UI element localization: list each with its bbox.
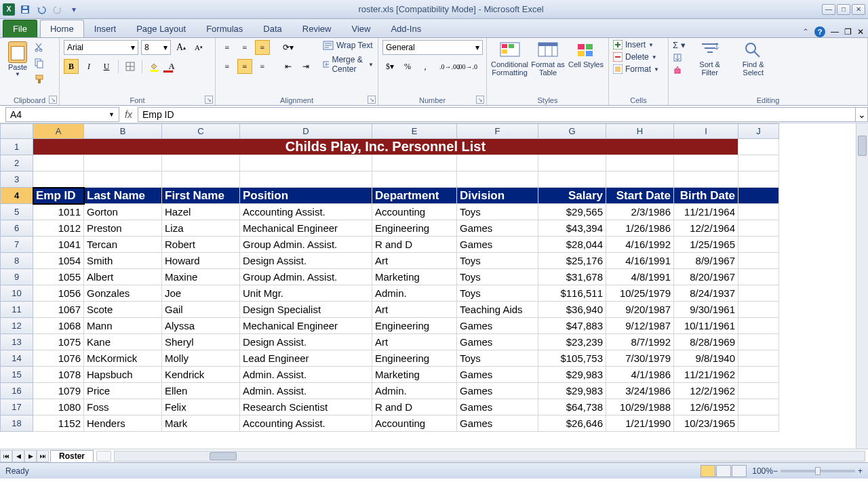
cell[interactable] bbox=[738, 367, 779, 383]
data-cell[interactable]: Sheryl bbox=[162, 334, 240, 350]
data-cell[interactable]: $64,738 bbox=[538, 399, 606, 415]
cell[interactable] bbox=[738, 253, 779, 269]
percent-format-icon[interactable]: % bbox=[400, 59, 415, 74]
copy-icon[interactable] bbox=[34, 58, 46, 70]
workbook-minimize-button[interactable]: — bbox=[831, 27, 839, 37]
data-cell[interactable]: 11/21/1962 bbox=[674, 367, 738, 383]
tab-insert[interactable]: Insert bbox=[84, 20, 127, 37]
data-cell[interactable]: Design Assist. bbox=[240, 253, 372, 269]
data-cell[interactable]: Design Specialist bbox=[240, 302, 372, 318]
data-cell[interactable]: 8/24/1937 bbox=[674, 285, 738, 302]
minimize-button[interactable]: — bbox=[822, 4, 835, 15]
header-cell[interactable]: Start Date bbox=[606, 188, 674, 204]
zoom-slider[interactable] bbox=[781, 470, 855, 472]
data-cell[interactable]: Admin. bbox=[372, 383, 457, 399]
cell[interactable] bbox=[674, 155, 738, 171]
header-cell[interactable]: Department bbox=[372, 188, 457, 204]
fill-icon[interactable] bbox=[673, 53, 686, 62]
data-cell[interactable]: Hapsbuch bbox=[84, 367, 162, 383]
view-page-layout-icon[interactable] bbox=[716, 465, 731, 477]
data-cell[interactable]: $29,983 bbox=[538, 383, 606, 399]
row-header[interactable]: 6 bbox=[1, 220, 33, 237]
data-cell[interactable]: $116,511 bbox=[538, 285, 606, 302]
data-cell[interactable]: Toys bbox=[457, 350, 538, 367]
format-cells-button[interactable]: Format▼ bbox=[613, 64, 664, 74]
data-cell[interactable]: $36,940 bbox=[538, 302, 606, 318]
data-cell[interactable]: 1012 bbox=[33, 220, 84, 237]
data-cell[interactable]: $28,044 bbox=[538, 237, 606, 253]
align-middle-icon[interactable]: ≡ bbox=[237, 40, 252, 55]
data-cell[interactable]: Accounting Assist. bbox=[240, 415, 372, 432]
cell[interactable] bbox=[738, 171, 779, 188]
data-cell[interactable]: $29,565 bbox=[538, 204, 606, 220]
zoom-out-icon[interactable]: − bbox=[773, 466, 778, 476]
cell[interactable] bbox=[738, 155, 779, 171]
tab-add-ins[interactable]: Add-Ins bbox=[380, 20, 431, 37]
qat-dropdown-icon[interactable]: ▾ bbox=[68, 3, 80, 16]
cell[interactable] bbox=[738, 350, 779, 367]
data-cell[interactable]: Unit Mgr. bbox=[240, 285, 372, 302]
shrink-font-icon[interactable]: A▾ bbox=[191, 40, 206, 55]
align-bottom-icon[interactable]: ≡ bbox=[255, 40, 270, 55]
data-cell[interactable]: 9/20/1987 bbox=[606, 302, 674, 318]
col-header-E[interactable]: E bbox=[372, 124, 457, 139]
data-cell[interactable]: 8/7/1992 bbox=[606, 334, 674, 350]
tab-view[interactable]: View bbox=[341, 20, 380, 37]
data-cell[interactable]: Design Assist. bbox=[240, 334, 372, 350]
data-cell[interactable]: 12/6/1952 bbox=[674, 399, 738, 415]
fx-icon[interactable]: fx bbox=[125, 109, 132, 120]
sheet-tab-roster[interactable]: Roster bbox=[50, 450, 94, 462]
col-header-C[interactable]: C bbox=[162, 124, 240, 139]
cell[interactable] bbox=[372, 155, 457, 171]
data-cell[interactable]: Toys bbox=[457, 269, 538, 285]
row-header[interactable]: 10 bbox=[1, 285, 33, 302]
data-cell[interactable]: Games bbox=[457, 399, 538, 415]
data-cell[interactable]: Accounting Assist. bbox=[240, 204, 372, 220]
data-cell[interactable]: Accounting bbox=[372, 204, 457, 220]
data-cell[interactable]: Gail bbox=[162, 302, 240, 318]
format-painter-icon[interactable] bbox=[34, 74, 46, 86]
data-cell[interactable]: Art bbox=[372, 334, 457, 350]
view-page-break-icon[interactable] bbox=[732, 465, 747, 477]
data-cell[interactable]: 9/12/1987 bbox=[606, 318, 674, 334]
col-header-A[interactable]: A bbox=[33, 124, 84, 139]
title-cell[interactable]: Childs Play, Inc. Personnel List bbox=[33, 139, 738, 155]
select-all-corner[interactable] bbox=[1, 124, 33, 139]
merge-center-button[interactable]: Merge & Center▼ bbox=[323, 55, 374, 74]
header-cell[interactable]: Position bbox=[240, 188, 372, 204]
increase-decimal-icon[interactable]: .0→.00 bbox=[442, 59, 457, 74]
autosum-icon[interactable]: Σ ▾ bbox=[673, 40, 686, 50]
decrease-indent-icon[interactable]: ⇤ bbox=[281, 59, 296, 74]
data-cell[interactable]: Marketing bbox=[372, 269, 457, 285]
data-cell[interactable]: 1055 bbox=[33, 269, 84, 285]
help-icon[interactable]: ? bbox=[814, 26, 825, 37]
data-cell[interactable]: Mann bbox=[84, 318, 162, 334]
data-cell[interactable]: Preston bbox=[84, 220, 162, 237]
data-cell[interactable]: Foss bbox=[84, 399, 162, 415]
data-cell[interactable]: Maxine bbox=[162, 269, 240, 285]
cell[interactable] bbox=[738, 399, 779, 415]
paste-button[interactable]: Paste ▼ bbox=[4, 40, 31, 86]
data-cell[interactable]: Marketing bbox=[372, 367, 457, 383]
header-cell[interactable]: Division bbox=[457, 188, 538, 204]
row-header[interactable]: 4 bbox=[1, 188, 33, 204]
cell[interactable] bbox=[738, 334, 779, 350]
data-cell[interactable]: $105,753 bbox=[538, 350, 606, 367]
data-cell[interactable]: 1011 bbox=[33, 204, 84, 220]
cell[interactable] bbox=[84, 171, 162, 188]
data-cell[interactable]: 1080 bbox=[33, 399, 84, 415]
row-header[interactable]: 7 bbox=[1, 237, 33, 253]
data-cell[interactable]: Kendrick bbox=[162, 367, 240, 383]
formula-input[interactable]: Emp ID bbox=[138, 107, 856, 122]
data-cell[interactable]: Alyssa bbox=[162, 318, 240, 334]
cell[interactable] bbox=[738, 269, 779, 285]
sheet-nav-first-icon[interactable]: ⏮ bbox=[0, 450, 12, 462]
increase-indent-icon[interactable]: ⇥ bbox=[298, 59, 313, 74]
data-cell[interactable]: 3/24/1986 bbox=[606, 383, 674, 399]
data-cell[interactable]: Ellen bbox=[162, 383, 240, 399]
data-cell[interactable]: Tercan bbox=[84, 237, 162, 253]
data-cell[interactable]: Admin. Assist. bbox=[240, 383, 372, 399]
font-name-combo[interactable]: Arial▾ bbox=[64, 40, 138, 55]
data-cell[interactable]: R and D bbox=[372, 399, 457, 415]
data-cell[interactable]: Mechanical Engineer bbox=[240, 220, 372, 237]
